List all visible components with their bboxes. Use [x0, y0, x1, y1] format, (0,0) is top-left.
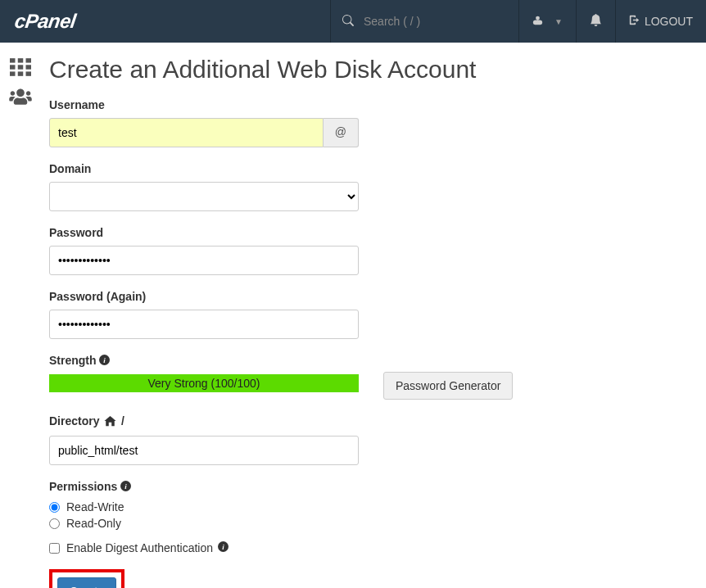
svg-rect-6: [10, 71, 16, 75]
svg-rect-5: [26, 65, 32, 69]
username-input[interactable]: [49, 118, 324, 147]
digest-auth-label: Enable Digest Authentication: [66, 541, 213, 554]
password-input[interactable]: [49, 246, 359, 275]
info-icon: i: [218, 541, 229, 554]
sidebar: [0, 43, 41, 588]
search-icon: [342, 15, 354, 29]
svg-rect-3: [10, 65, 16, 69]
search-container[interactable]: [330, 0, 518, 43]
svg-rect-4: [18, 65, 24, 69]
permission-readwrite-label: Read-Write: [66, 500, 124, 513]
strength-label: Strength i: [49, 354, 359, 368]
logout-icon: [629, 15, 640, 28]
svg-rect-0: [10, 58, 16, 62]
logout-label: LOGOUT: [645, 15, 693, 28]
sidebar-users-button[interactable]: [4, 84, 37, 111]
svg-rect-1: [18, 58, 24, 62]
directory-label: Directory /: [49, 414, 680, 429]
home-icon: [104, 417, 120, 429]
notifications-button[interactable]: [576, 0, 615, 43]
user-menu[interactable]: ▼: [518, 0, 576, 43]
cpanel-logo: cPanel: [0, 10, 90, 33]
bell-icon: [590, 14, 602, 29]
svg-rect-8: [26, 71, 32, 75]
username-label: Username: [49, 98, 680, 111]
create-highlight: Create: [49, 569, 124, 588]
svg-rect-2: [26, 58, 32, 62]
info-icon: i: [120, 482, 131, 494]
sidebar-apps-button[interactable]: [4, 54, 37, 82]
permission-readwrite-radio[interactable]: [49, 502, 60, 513]
domain-select[interactable]: [49, 182, 359, 211]
top-header: cPanel ▼ LOGOUT: [0, 0, 706, 43]
grid-icon: [10, 58, 31, 79]
password-generator-button[interactable]: Password Generator: [383, 372, 513, 400]
domain-label: Domain: [49, 162, 680, 175]
search-input[interactable]: [364, 15, 507, 28]
main-content: Create an Additional Web Disk Account Us…: [41, 43, 696, 588]
create-button[interactable]: Create: [57, 577, 116, 588]
password-label: Password: [49, 226, 680, 239]
at-addon: @: [324, 118, 359, 147]
permission-readonly-radio[interactable]: [49, 518, 60, 529]
info-icon: i: [99, 355, 110, 368]
password-again-input[interactable]: [49, 310, 359, 339]
users-icon: [9, 88, 32, 108]
permissions-label: Permissions i: [49, 480, 680, 494]
svg-rect-7: [18, 71, 24, 75]
strength-meter: Very Strong (100/100): [49, 374, 359, 392]
password-again-label: Password (Again): [49, 290, 680, 303]
page-title: Create an Additional Web Disk Account: [49, 56, 680, 84]
chevron-down-icon: ▼: [554, 17, 563, 26]
logout-button[interactable]: LOGOUT: [615, 0, 706, 43]
user-icon: [532, 15, 543, 28]
directory-input[interactable]: [49, 436, 359, 465]
permission-readonly-label: Read-Only: [66, 517, 121, 530]
digest-auth-checkbox[interactable]: [49, 543, 60, 554]
